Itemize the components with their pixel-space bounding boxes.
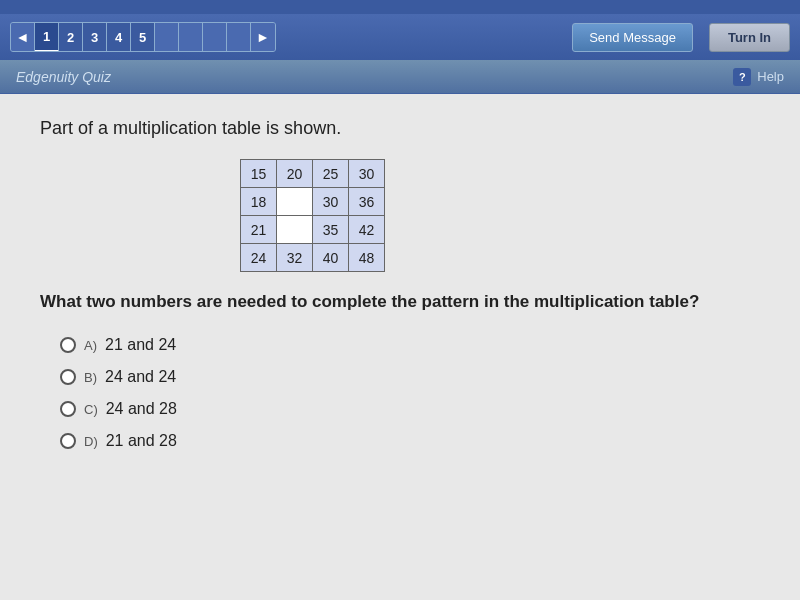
- quiz-header: Edgenuity Quiz ? Help: [0, 60, 800, 94]
- send-message-button[interactable]: Send Message: [572, 23, 693, 52]
- table-cell: 30: [349, 160, 385, 188]
- content-area: Part of a multiplication table is shown.…: [0, 94, 800, 600]
- answer-text-c: 24 and 28: [106, 400, 177, 418]
- table-cell: 20: [277, 160, 313, 188]
- answer-option-c[interactable]: C) 24 and 28: [60, 400, 760, 418]
- nav-num-empty-4: [227, 22, 251, 52]
- radio-c[interactable]: [60, 401, 76, 417]
- answer-text-b: 24 and 24: [105, 368, 176, 386]
- table-cell: [277, 188, 313, 216]
- answer-text-d: 21 and 28: [106, 432, 177, 450]
- nav-num-empty-2: [179, 22, 203, 52]
- table-cell: 18: [241, 188, 277, 216]
- table-cell: 30: [313, 188, 349, 216]
- quiz-title: Edgenuity Quiz: [16, 69, 111, 85]
- table-cell: 21: [241, 216, 277, 244]
- answer-label-c: C): [84, 402, 98, 417]
- table-cell: 24: [241, 244, 277, 272]
- help-label: Help: [757, 69, 784, 84]
- table-cell: 40: [313, 244, 349, 272]
- nav-bar: ◄ 1 2 3 4 5 ► Send Message Turn In: [0, 14, 800, 60]
- table-cell: 36: [349, 188, 385, 216]
- answer-choices: A) 21 and 24 B) 24 and 24 C) 24 and 28 D…: [40, 336, 760, 450]
- answer-label-a: A): [84, 338, 97, 353]
- answer-option-a[interactable]: A) 21 and 24: [60, 336, 760, 354]
- answer-option-d[interactable]: D) 21 and 28: [60, 432, 760, 450]
- nav-num-5[interactable]: 5: [131, 22, 155, 52]
- browser-bar: [0, 0, 800, 14]
- answer-label-b: B): [84, 370, 97, 385]
- nav-back-arrow[interactable]: ◄: [11, 22, 35, 52]
- multiplication-table: 1520253018303621354224324048: [240, 159, 385, 272]
- answer-text-a: 21 and 24: [105, 336, 176, 354]
- table-cell: 32: [277, 244, 313, 272]
- table-cell: 15: [241, 160, 277, 188]
- nav-forward-arrow[interactable]: ►: [251, 22, 275, 52]
- radio-d[interactable]: [60, 433, 76, 449]
- nav-num-empty-3: [203, 22, 227, 52]
- nav-num-4[interactable]: 4: [107, 22, 131, 52]
- table-cell: 25: [313, 160, 349, 188]
- help-icon: ?: [733, 68, 751, 86]
- radio-a[interactable]: [60, 337, 76, 353]
- answer-label-d: D): [84, 434, 98, 449]
- radio-b[interactable]: [60, 369, 76, 385]
- nav-num-3[interactable]: 3: [83, 22, 107, 52]
- nav-num-empty-1: [155, 22, 179, 52]
- table-cell: 35: [313, 216, 349, 244]
- question-body: What two numbers are needed to complete …: [40, 292, 760, 312]
- table-cell: 48: [349, 244, 385, 272]
- table-container: 1520253018303621354224324048: [240, 159, 385, 272]
- nav-num-2[interactable]: 2: [59, 22, 83, 52]
- turn-in-button[interactable]: Turn In: [709, 23, 790, 52]
- nav-arrows: ◄ 1 2 3 4 5 ►: [10, 22, 276, 52]
- answer-option-b[interactable]: B) 24 and 24: [60, 368, 760, 386]
- table-cell: 42: [349, 216, 385, 244]
- quiz-help[interactable]: ? Help: [733, 68, 784, 86]
- nav-num-1[interactable]: 1: [35, 22, 59, 52]
- question-intro: Part of a multiplication table is shown.: [40, 118, 760, 139]
- table-cell: [277, 216, 313, 244]
